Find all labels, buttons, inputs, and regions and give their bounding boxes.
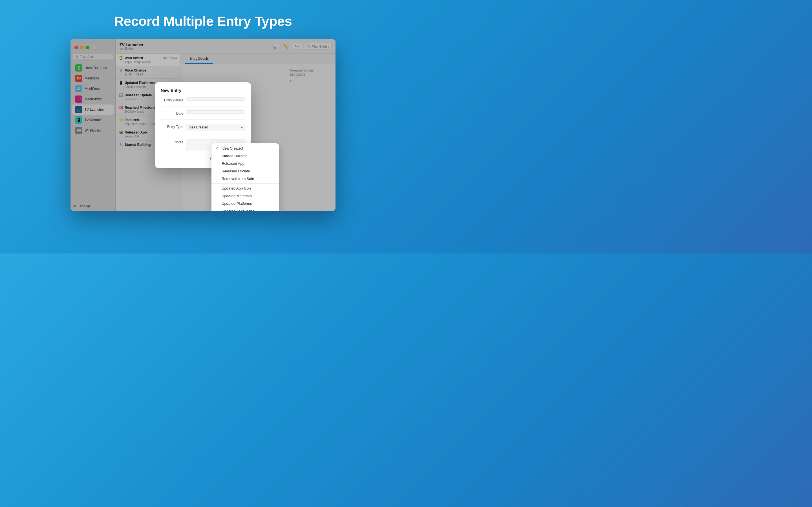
modal-overlay: New Entry Entry Details Date Entry Type … [70,39,336,211]
dropdown-item-updated-metadata[interactable]: Updated Metadata [211,192,279,200]
entry-details-input[interactable] [186,97,245,101]
dropdown-label-removed-from-sale: Removed from Sale [221,177,254,181]
divider-1 [211,183,279,184]
dropdown-item-released-update[interactable]: Released Update [211,167,279,175]
entry-type-row: Entry Type Idea Created ▾ [161,124,245,131]
dropdown-item-updated-platforms[interactable]: Updated Platforms [211,200,279,207]
form-separator-2 [161,119,245,120]
dropdown-label-released-app: Released App [221,161,245,166]
dropdown-label-started-building: Started Building [221,154,248,158]
mac-window: ⬜ 🔍 Filter Apps 🔋 HomeBatteries 🆘 MediSO… [70,39,336,211]
dropdown-label-updated-metadata: Updated Metadata [221,194,252,198]
dropdown-item-idea-created[interactable]: ✓ Idea Created [211,145,279,152]
dropdown-item-released-app[interactable]: Released App [211,160,279,167]
page-title: Record Multiple Entry Types [114,13,292,29]
notes-label: Notes [161,139,183,144]
check-icon-idea-created: ✓ [215,146,220,151]
date-row: Date [161,110,245,115]
dropdown-label-updated-platforms: Updated Platforms [221,202,252,206]
date-label: Date [161,110,183,115]
entry-type-label: Entry Type [161,124,183,129]
modal-title: New Entry [161,88,245,93]
dropdown-label-idea-created: Idea Created [221,146,243,151]
dropdown-label-released-update: Released Update [221,169,250,173]
entry-type-value: Idea Created [189,125,208,129]
entry-details-label: Entry Details [161,97,183,102]
entry-type-dropdown: ✓ Idea Created Started Building Released… [211,144,279,211]
dropdown-item-updated-app-icon[interactable]: Updated App Icon [211,184,279,192]
dropdown-label-updated-app-icon: Updated App Icon [221,186,251,190]
dropdown-label-updated-languages: Updated Languages [221,209,255,211]
form-separator-1 [161,106,245,107]
entry-details-row: Entry Details [161,97,245,102]
date-input[interactable] [186,110,245,114]
chevron-down-icon: ▾ [241,125,243,129]
entry-type-input[interactable]: Idea Created ▾ [186,124,245,131]
dropdown-item-updated-languages[interactable]: Updated Languages [211,207,279,211]
dropdown-item-started-building[interactable]: Started Building [211,152,279,160]
form-separator-3 [161,135,245,135]
dropdown-item-removed-from-sale[interactable]: Removed from Sale [211,175,279,182]
